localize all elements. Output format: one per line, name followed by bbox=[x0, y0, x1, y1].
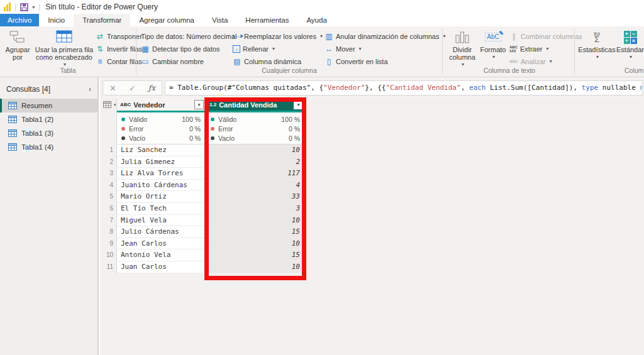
tab-ayuda[interactable]: Ayuda bbox=[297, 14, 335, 26]
combinar-columnas-button[interactable]: ∥ Combinar columnas bbox=[509, 30, 582, 42]
tipo-de-datos-button[interactable]: Tipo de datos: Número decimal ▾ bbox=[141, 30, 243, 42]
query-item-label: Tabla1 (3) bbox=[21, 129, 53, 137]
rellenar-button[interactable]: ↓ Rellenar ▾ bbox=[233, 43, 275, 55]
cell-cantidad[interactable]: 3 bbox=[206, 203, 305, 215]
replace-values-icon: 1→2 bbox=[233, 32, 242, 41]
columna-dinamica-button[interactable]: ▤ Columna dinámica bbox=[233, 55, 301, 67]
row-number[interactable]: 10 bbox=[101, 249, 116, 261]
row-number[interactable]: 6 bbox=[101, 203, 116, 215]
usar-primera-fila-label: Usar la primera fila como encabezado bbox=[34, 46, 94, 61]
cell-cantidad[interactable]: 10 bbox=[206, 145, 305, 156]
cell-vendedor[interactable]: Antonio Vela bbox=[117, 249, 206, 261]
select-all-button[interactable]: ▾ bbox=[101, 99, 116, 111]
cell-vendedor[interactable]: Julio Cárdenas bbox=[117, 226, 206, 238]
estadisticas-label: Estadísticas bbox=[578, 46, 615, 53]
detect-type-icon: ▦ bbox=[141, 45, 150, 53]
filter-dropdown-button[interactable]: ▾ bbox=[294, 100, 303, 109]
move-icon: ↔ bbox=[325, 45, 333, 53]
group-label-columna-de-texto: Columna de texto bbox=[447, 67, 572, 74]
cell-cantidad[interactable]: 15 bbox=[206, 226, 305, 238]
cell-cantidad[interactable]: 117 bbox=[206, 168, 305, 180]
cell-vendedor[interactable]: Liz Alva Torres bbox=[117, 168, 206, 180]
row-number[interactable]: 11 bbox=[101, 261, 116, 273]
transponer-button[interactable]: ⇄ Transponer bbox=[96, 30, 142, 42]
row-number[interactable]: 5 bbox=[101, 191, 116, 203]
query-item-resumen[interactable]: Resumen bbox=[0, 99, 97, 112]
query-item-tabla1-4[interactable]: Tabla1 (4) bbox=[0, 140, 97, 154]
analizar-button[interactable]: abc Analizar ▾ bbox=[509, 55, 552, 67]
pivot-column-icon: ▤ bbox=[233, 57, 242, 66]
column-quality-panel: Válido100 % Error0 % Vacío0 % bbox=[206, 112, 305, 145]
data-preview-grid: ▾ 1 2 3 4 5 6 7 8 9 10 11 ABC Vendedor bbox=[100, 99, 644, 355]
parse-icon: abc bbox=[509, 57, 518, 66]
valid-dot-icon bbox=[211, 117, 214, 121]
filter-dropdown-button[interactable]: ▾ bbox=[194, 100, 204, 109]
quality-value: 100 % bbox=[182, 116, 201, 123]
row-number[interactable]: 3 bbox=[101, 168, 116, 180]
convertir-en-lista-button[interactable]: ▯ Convertir en lista bbox=[325, 55, 388, 67]
tab-transformar[interactable]: Transformar bbox=[74, 14, 130, 26]
dividir-columna-button[interactable]: Dividir columna ▾ bbox=[447, 29, 478, 68]
query-item-label: Tabla1 (4) bbox=[21, 143, 53, 151]
contar-filas-button[interactable]: ≡ Contar filas bbox=[96, 55, 142, 67]
formato-button[interactable]: AbC✎ Formato ▾ bbox=[479, 29, 507, 61]
cell-cantidad[interactable]: 10 bbox=[206, 261, 305, 273]
cambiar-nombre-button[interactable]: ▭ Cambiar nombre bbox=[141, 55, 204, 67]
anular-dinamizacion-button[interactable]: ▥ Anular dinamización de columnas ▾ bbox=[325, 30, 446, 42]
cell-cantidad[interactable]: 10 bbox=[206, 238, 305, 250]
cell-vendedor[interactable]: Miguel Vela bbox=[117, 215, 206, 227]
chevron-down-icon: ▾ bbox=[550, 58, 552, 64]
tab-herramientas[interactable]: Herramientas bbox=[236, 14, 297, 26]
query-item-tabla1-2[interactable]: Tabla1 (2) bbox=[0, 112, 97, 126]
agrupar-por-button[interactable]: Agrupar por bbox=[3, 29, 33, 61]
reemplazar-valores-button[interactable]: 1→2 Reemplazar los valores ▾ bbox=[233, 30, 323, 42]
estandar-button[interactable]: +− ÷× Estándar ▾ bbox=[616, 29, 644, 61]
row-number[interactable]: 7 bbox=[101, 215, 116, 227]
quick-access-dropdown-icon[interactable]: ▾ bbox=[32, 4, 35, 10]
cell-vendedor[interactable]: Liz Sanchez bbox=[117, 145, 206, 156]
cell-vendedor[interactable]: El Tío Tech bbox=[117, 203, 206, 215]
rellenar-label: Rellenar bbox=[243, 45, 269, 53]
fx-icon[interactable]: ƒx bbox=[148, 84, 155, 92]
power-query-editor-window: | ▾ | Sin título - Editor de Power Query… bbox=[0, 0, 644, 355]
row-number[interactable]: 1 bbox=[101, 145, 116, 156]
commit-formula-icon[interactable]: ✓ bbox=[129, 84, 136, 93]
cell-cantidad[interactable]: 33 bbox=[206, 191, 305, 203]
row-number[interactable]: 2 bbox=[101, 156, 116, 168]
column-header-vendedor[interactable]: ABC Vendedor ▾ bbox=[117, 99, 206, 111]
tipo-de-datos-label: Tipo de datos: Número decimal bbox=[141, 33, 236, 40]
cambiar-nombre-label: Cambiar nombre bbox=[152, 58, 204, 65]
formula-input[interactable]: = Table.Group(#"Columnas quitadas", {"Ve… bbox=[165, 80, 643, 96]
formula-keyword: each bbox=[469, 84, 486, 92]
cell-vendedor[interactable]: Mario Ortiz bbox=[117, 191, 206, 203]
row-number[interactable]: 8 bbox=[101, 226, 116, 238]
collapse-panel-icon[interactable]: ‹ bbox=[89, 85, 91, 94]
detectar-tipo-button[interactable]: ▦ Detectar tipo de datos bbox=[141, 43, 220, 55]
cell-vendedor[interactable]: Julia Gimenez bbox=[117, 156, 206, 168]
usar-primera-fila-button[interactable]: Usar la primera fila como encabezado ▾ bbox=[34, 29, 94, 68]
column-header-cantidad-vendida[interactable]: 1.2 Cantidad Vendida ▾ bbox=[206, 99, 305, 111]
cell-vendedor[interactable]: Jean Carlos bbox=[117, 238, 206, 250]
tab-inicio[interactable]: Inicio bbox=[39, 14, 74, 26]
cell-cantidad[interactable]: 15 bbox=[206, 249, 305, 261]
tab-vista[interactable]: Vista bbox=[203, 14, 236, 26]
cell-cantidad[interactable]: 2 bbox=[206, 156, 305, 168]
cancel-formula-icon[interactable]: ✕ bbox=[109, 84, 116, 93]
query-item-tabla1-3[interactable]: Tabla1 (3) bbox=[0, 126, 97, 140]
cell-vendedor[interactable]: Juan Carlos bbox=[117, 261, 206, 273]
mover-button[interactable]: ↔ Mover ▾ bbox=[325, 43, 362, 55]
columna-dinamica-label: Columna dinámica bbox=[244, 58, 301, 65]
cell-cantidad[interactable]: 10 bbox=[206, 215, 305, 227]
row-number[interactable]: 9 bbox=[101, 238, 116, 250]
tab-agregar-columna[interactable]: Agregar columna bbox=[130, 14, 203, 26]
row-number[interactable]: 4 bbox=[101, 180, 116, 192]
quality-label: Error bbox=[218, 125, 289, 133]
extraer-button[interactable]: ABC123 Extraer ▾ bbox=[509, 43, 548, 55]
chevron-down-icon: ▾ bbox=[320, 33, 323, 39]
table-header-icon bbox=[56, 29, 72, 45]
cell-cantidad[interactable]: 4 bbox=[206, 180, 305, 192]
save-icon[interactable] bbox=[20, 3, 28, 11]
tab-archivo[interactable]: Archivo bbox=[0, 14, 39, 26]
cell-vendedor[interactable]: Juanito Cárdenas bbox=[117, 180, 206, 192]
estadisticas-button[interactable]: x̄σΣ Estadísticas ▾ bbox=[579, 29, 615, 61]
